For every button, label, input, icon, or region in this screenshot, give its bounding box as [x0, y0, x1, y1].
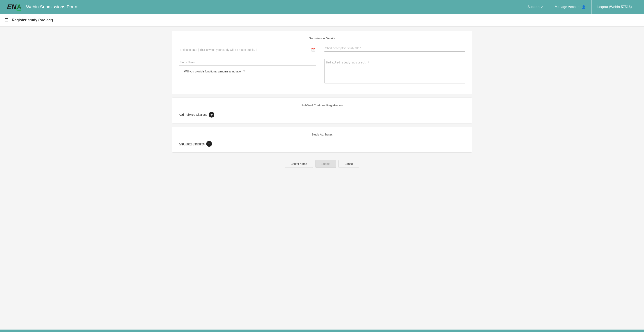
add-study-attributes-icon: + [206, 141, 212, 147]
study-name-input[interactable] [179, 59, 316, 66]
page-title: Register study (project) [12, 18, 53, 22]
portal-title: Webin Submissions Portal [26, 4, 78, 10]
footer-buttons: Center name Submit Cancel [172, 156, 472, 174]
logout-label: Logout (Webin-57516) [597, 5, 632, 9]
ena-logo-icon: ENA [6, 3, 23, 12]
pubmed-title: PubMed Citations Registration [179, 103, 465, 107]
study-attributes-title: Study Attributes [179, 133, 465, 136]
cancel-button[interactable]: Cancel [338, 160, 359, 168]
logout-link[interactable]: Logout (Webin-57516) [592, 0, 638, 14]
pubmed-card: PubMed Citations Registration Add PubMed… [172, 98, 472, 123]
add-study-attributes-label: Add Study Attributes [179, 142, 204, 145]
support-label: Support [528, 5, 540, 9]
add-pubmed-icon: + [209, 112, 214, 117]
add-study-attributes-link[interactable]: Add Study Attributes + [179, 141, 212, 147]
svg-text:ENA: ENA [7, 3, 22, 11]
form-col-right-1 [324, 45, 465, 55]
manage-account-label: Manage Account [554, 5, 580, 9]
support-link[interactable]: Support ↗ [522, 0, 549, 14]
submission-details-card: Submission Details 📅 Will you provide fu… [172, 31, 472, 94]
external-link-icon: ↗ [541, 6, 543, 9]
study-attributes-card: Study Attributes Add Study Attributes + [172, 127, 472, 153]
annotation-row: Will you provide functional genome annot… [179, 70, 316, 73]
center-name-button[interactable]: Center name [285, 160, 313, 168]
add-pubmed-link[interactable]: Add PubMed Citations + [179, 112, 214, 117]
manage-account-link[interactable]: Manage Account 👤 [549, 0, 592, 14]
header-nav: Support ↗ Manage Account 👤 Logout (Webin… [522, 0, 638, 14]
header: ENA Webin Submissions Portal Support ↗ M… [0, 0, 644, 14]
short-title-input[interactable] [324, 45, 465, 52]
add-pubmed-label: Add PubMed Citations [179, 113, 207, 116]
form-row-1: 📅 [179, 45, 465, 55]
form-row-2: Will you provide functional genome annot… [179, 59, 465, 84]
form-col-left-2: Will you provide functional genome annot… [179, 59, 316, 84]
account-icon: 👤 [582, 5, 586, 9]
main-content: Submission Details 📅 Will you provide fu… [167, 27, 477, 178]
submission-details-title: Submission Details [179, 37, 465, 40]
annotation-label: Will you provide functional genome annot… [184, 70, 245, 73]
bottom-bar [0, 329, 644, 332]
page-header: ☰ Register study (project) [0, 14, 644, 26]
logo-area: ENA [6, 3, 23, 12]
submit-button[interactable]: Submit [316, 160, 336, 168]
abstract-textarea[interactable] [324, 59, 465, 83]
form-col-right-2 [324, 59, 465, 84]
form-col-left-1: 📅 [179, 45, 316, 55]
annotation-checkbox[interactable] [179, 70, 182, 73]
calendar-icon[interactable]: 📅 [311, 48, 316, 52]
hamburger-menu[interactable]: ☰ [5, 18, 8, 23]
release-date-field: 📅 [179, 45, 316, 55]
release-date-input[interactable] [180, 47, 311, 53]
